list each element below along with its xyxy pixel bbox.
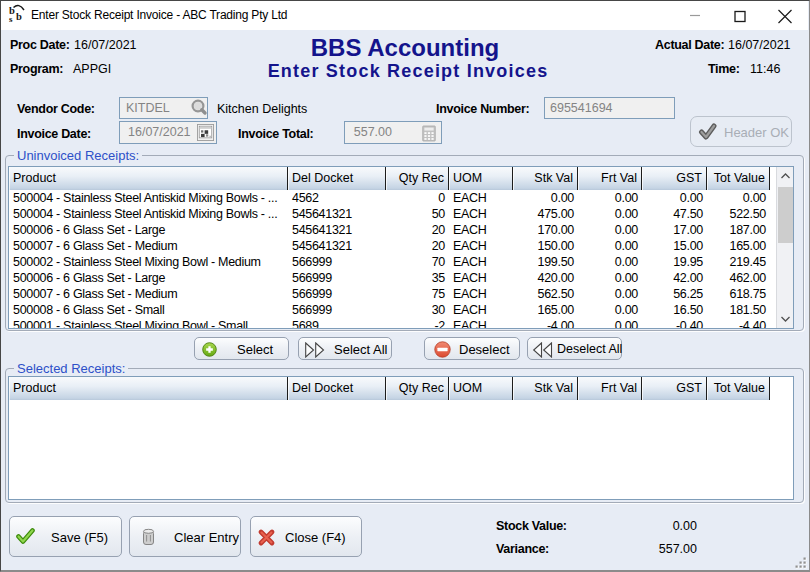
svg-text:s: s [9,14,13,24]
svg-text:b: b [16,11,22,22]
